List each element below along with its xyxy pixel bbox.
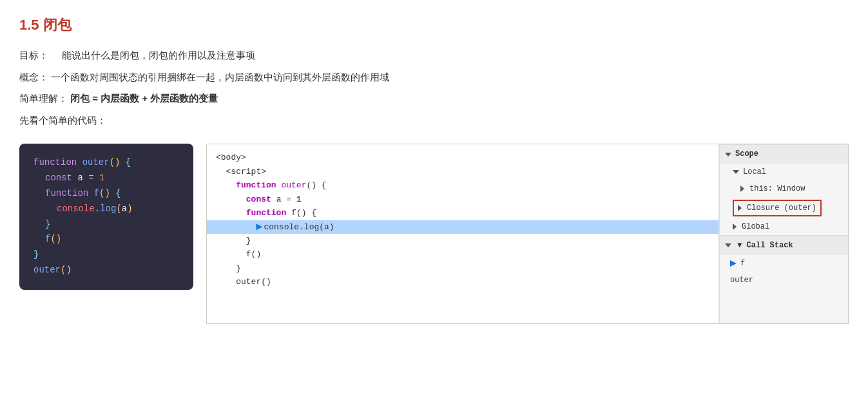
page-title: 1.5 闭包 [19, 13, 849, 37]
src-line-5: function f() { [207, 206, 719, 220]
devtools-scope: Scope Local this: Window Closure (outer)… [719, 144, 848, 323]
section-simple-label: 简单理解： [19, 93, 68, 104]
src-line-1: <body> [207, 151, 719, 164]
global-row: Global [720, 218, 848, 235]
section-code-intro-label: 先看个简单的代码： [19, 115, 106, 126]
section-concept-label: 概念： [19, 71, 48, 82]
section-concept: 概念： 一个函数对周围状态的引用捆绑在一起，内层函数中访问到其外层函数的作用域 [19, 69, 849, 86]
closure-label: Closure (outer) [747, 202, 816, 214]
dark-code-block: function outer() { const a = 1 function … [19, 144, 193, 289]
section-concept-content: 一个函数对周围状态的引用捆绑在一起，内层函数中访问到其外层函数的作用域 [51, 71, 389, 82]
global-label: Global [742, 220, 769, 233]
callstack-arrow-f [730, 260, 737, 267]
callstack-item-f: f [720, 255, 848, 272]
devtools-source: <body> <script> function outer() { const… [207, 144, 719, 323]
local-triangle [733, 170, 739, 174]
src-line-3: function outer() { [207, 178, 719, 192]
callstack-triangle [725, 243, 731, 247]
local-section: Local [720, 164, 848, 180]
this-row: this: Window [720, 180, 848, 197]
code-line-7: } [34, 247, 179, 263]
closure-box: Closure (outer) [733, 200, 822, 216]
closure-triangle [738, 205, 742, 211]
code-line-4: console.log(a) [57, 202, 179, 217]
global-triangle [733, 224, 737, 230]
code-line-5: } [45, 217, 179, 233]
code-line-1: function outer() { [34, 155, 179, 171]
callstack-item-outer: outer [720, 272, 848, 289]
src-line-6: console.log(a) [207, 220, 719, 234]
devtools-panel: <body> <script> function outer() { const… [206, 144, 849, 324]
section-simple-content: 闭包 = 内层函数 + 外层函数的变量 [70, 93, 218, 104]
src-line-4: const a = 1 [207, 193, 719, 206]
call-stack-title-label: ▼ Call Stack [737, 241, 793, 250]
local-label: Local [743, 166, 766, 178]
section-simple: 简单理解： 闭包 = 内层函数 + 外层函数的变量 [19, 90, 849, 107]
section-objective-label: 目标： [19, 50, 48, 61]
this-triangle [740, 186, 744, 192]
callstack-label-f: f [740, 257, 745, 270]
src-line-10: outer() [207, 275, 719, 289]
section-objective-content: 能说出什么是闭包，闭包的作用以及注意事项 [62, 50, 255, 61]
src-line-9: } [207, 262, 719, 275]
src-line-2: <script> [207, 165, 719, 178]
code-line-8: outer() [34, 263, 179, 278]
section-objective: 目标： 能说出什么是闭包，闭包的作用以及注意事项 [19, 47, 849, 64]
call-stack-title: ▼ Call Stack [720, 236, 848, 254]
scope-title-label: Scope [735, 148, 758, 160]
code-line-6: f() [45, 232, 179, 247]
src-line-7: } [207, 234, 719, 247]
scope-triangle [725, 153, 731, 157]
callstack-label-outer: outer [730, 274, 753, 287]
code-line-2: const a = 1 [45, 171, 179, 186]
code-line-3: function f() { [45, 186, 179, 202]
closure-row: Closure (outer) [720, 198, 848, 218]
scope-title: Scope [720, 144, 848, 163]
this-label: this: Window [749, 182, 805, 195]
src-line-8: f() [207, 247, 719, 261]
code-preview-section: function outer() { const a = 1 function … [19, 144, 849, 324]
section-code-intro: 先看个简单的代码： [19, 112, 849, 129]
